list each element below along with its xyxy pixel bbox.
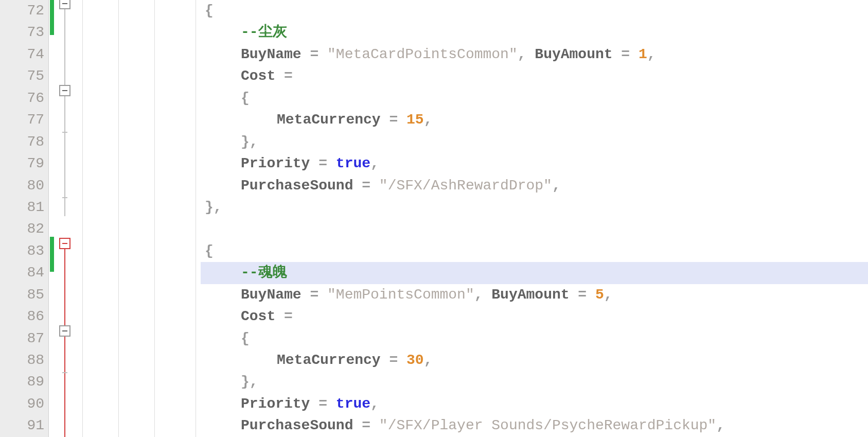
fold-guide-modified [64, 242, 65, 437]
code-line: { [201, 0, 868, 22]
code-line: Priority = true, [201, 393, 868, 415]
line-number: 75 [0, 65, 44, 87]
code-line: PurchaseSound = "/SFX/Player Sounds/Psyc… [201, 415, 868, 436]
code-line [201, 218, 868, 240]
code-line: BuyName = "MetaCardPointsCommon", BuyAmo… [201, 44, 868, 65]
line-number: 83 [0, 240, 44, 262]
line-number: 74 [0, 44, 44, 65]
fold-tick [62, 197, 67, 198]
line-number: 86 [0, 306, 44, 327]
code-content[interactable]: { --尘灰 BuyName = "MetaCardPointsCommon",… [201, 0, 868, 437]
line-number: 89 [0, 371, 44, 393]
line-number: 72 [0, 0, 44, 22]
code-line: Cost = [201, 306, 868, 327]
line-number: 84 [0, 262, 44, 284]
indent-guides [77, 0, 201, 437]
line-number: 85 [0, 284, 44, 306]
code-line: PurchaseSound = "/SFX/AshRewardDrop", [201, 175, 868, 197]
fold-toggle-icon[interactable] [59, 238, 70, 249]
code-line: { [201, 88, 868, 109]
code-editor[interactable]: 72 73 74 75 76 77 78 79 80 81 82 83 84 8… [0, 0, 868, 437]
fold-toggle-icon[interactable] [59, 0, 70, 9]
code-line-active: --魂魄 [201, 262, 868, 284]
code-line: }, [201, 131, 868, 153]
change-marker-green [50, 237, 54, 272]
code-line: { [201, 240, 868, 262]
line-number: 88 [0, 349, 44, 371]
line-number: 78 [0, 131, 44, 153]
code-line: }, [201, 197, 868, 218]
code-line: { [201, 328, 868, 349]
line-number: 90 [0, 393, 44, 415]
code-line: Priority = true, [201, 153, 868, 174]
code-line: }, [201, 371, 868, 393]
code-line: MetaCurrency = 15, [201, 109, 868, 131]
change-marker-green [50, 0, 54, 35]
line-number: 76 [0, 88, 44, 109]
fold-tick [62, 132, 67, 133]
line-number: 91 [0, 415, 44, 436]
line-number: 87 [0, 328, 44, 349]
line-number: 82 [0, 218, 44, 240]
fold-margin[interactable] [49, 0, 77, 437]
line-number: 80 [0, 175, 44, 197]
line-number: 81 [0, 197, 44, 218]
code-line: BuyName = "MemPointsCommon", BuyAmount =… [201, 284, 868, 306]
line-number: 73 [0, 22, 44, 43]
code-line: --尘灰 [201, 22, 868, 43]
fold-guide [64, 0, 65, 216]
code-line: Cost = [201, 65, 868, 87]
fold-toggle-icon[interactable] [59, 85, 70, 96]
line-number: 77 [0, 109, 44, 131]
line-number-gutter: 72 73 74 75 76 77 78 79 80 81 82 83 84 8… [0, 0, 49, 437]
fold-toggle-icon[interactable] [59, 325, 70, 337]
code-line: MetaCurrency = 30, [201, 349, 868, 371]
fold-tick [62, 372, 67, 373]
line-number: 79 [0, 153, 44, 174]
